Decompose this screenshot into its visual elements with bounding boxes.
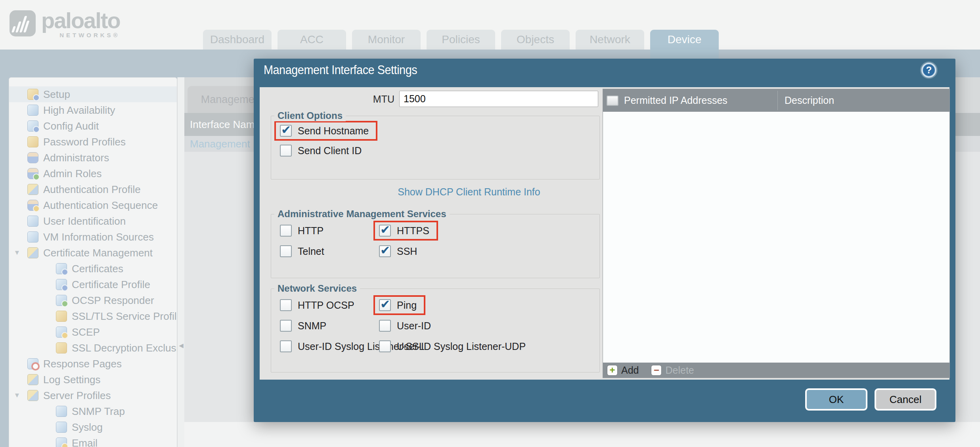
permitted-ip-table-header: Permitted IP Addresses Description [603,89,949,112]
permitted-ip-table-body [603,112,949,363]
http-checkbox[interactable] [280,225,292,237]
add-icon[interactable]: + [607,365,618,376]
permitted-ip-addresses-column-header: Permitted IP Addresses [624,95,727,106]
user-id-syslog-listener-ssl-checkbox[interactable] [280,340,292,352]
select-all-checkbox[interactable] [607,96,618,106]
administrative-management-services-section: Administrative Management Services HTTPH… [271,214,600,278]
help-icon[interactable]: ? [921,63,936,78]
show-dhcp-client-runtime-info-link[interactable]: Show DHCP Client Runtime Info [271,186,600,198]
option-user-id-syslog-listener-udp: User-ID Syslog Listener-UDP [373,336,534,356]
http-label: HTTP [298,225,323,237]
option-http: HTTP [274,221,332,241]
cancel-button[interactable]: Cancel [875,388,936,411]
permitted-ip-addresses-table: Permitted IP Addresses Description + Add… [603,89,950,378]
option-user-id: User-ID [373,316,440,336]
highlighted-option-send-hostname: Send Hostname [274,121,377,141]
delete-icon[interactable]: − [651,365,662,376]
permitted-ip-table-toolbar: + Add − Delete [603,363,949,378]
client-options-section: Client Options Send HostnameSend Client … [271,116,600,180]
highlighted-option-https: HTTPS [373,221,438,241]
network-services-legend: Network Services [274,283,360,294]
https-label: HTTPS [397,225,429,237]
option-ssh: SSH [373,241,426,261]
user-id-syslog-listener-udp-label: User-ID Syslog Listener-UDP [397,341,526,352]
user-id-syslog-listener-udp-checkbox[interactable] [379,340,391,352]
ssh-checkbox[interactable] [379,245,391,257]
mtu-input[interactable] [399,91,598,107]
option-http-ocsp: HTTP OCSP [274,295,363,315]
administrative-management-services-legend: Administrative Management Services [274,208,450,220]
screen: paloalto NETWORKS® DashboardACCMonitorPo… [0,0,980,447]
user-id-checkbox[interactable] [379,320,391,332]
mtu-label: MTU [331,91,394,107]
send-hostname-checkbox[interactable] [280,125,292,137]
management-interface-settings-dialog: Management Interface Settings ? MTU Clie… [254,59,955,422]
telnet-checkbox[interactable] [280,245,292,257]
send-client-id-checkbox[interactable] [280,145,292,157]
client-options-legend: Client Options [274,110,346,121]
option-snmp: SNMP [274,316,335,336]
ok-button[interactable]: OK [805,388,867,411]
user-id-label: User-ID [397,320,431,332]
ssh-label: SSH [397,246,417,257]
send-hostname-label: Send Hostname [298,125,369,137]
telnet-label: Telnet [298,246,324,257]
https-checkbox[interactable] [379,225,391,237]
dialog-title: Management Interface Settings [264,59,417,82]
dialog-content: MTU Client Options Send HostnameSend Cli… [260,87,949,380]
description-column-header: Description [785,95,834,106]
snmp-label: SNMP [298,320,326,332]
highlighted-option-ping: Ping [373,295,425,315]
network-services-section: Network Services HTTP OCSPPingSNMPUser-I… [271,288,600,372]
ping-label: Ping [397,300,417,311]
delete-button: Delete [665,365,694,376]
option-send-client-id: Send Client ID [274,141,370,160]
http-ocsp-label: HTTP OCSP [298,300,354,311]
option-telnet: Telnet [274,241,333,261]
snmp-checkbox[interactable] [280,320,292,332]
add-button[interactable]: Add [621,365,639,376]
send-client-id-label: Send Client ID [298,145,362,157]
column-divider [777,91,778,110]
http-ocsp-checkbox[interactable] [280,299,292,311]
ping-checkbox[interactable] [379,299,391,311]
